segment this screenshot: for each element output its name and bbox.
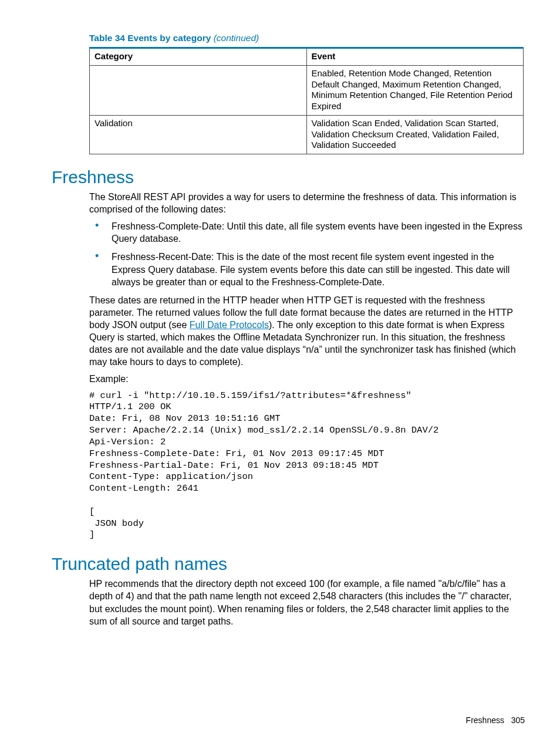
table-header-category: Category — [90, 48, 307, 66]
list-item: Freshness-Complete-Date: Until this date… — [89, 220, 525, 245]
truncated-body: HP recommends that the directory depth n… — [89, 578, 525, 627]
freshness-bullets: Freshness-Complete-Date: Until this date… — [89, 220, 525, 288]
freshness-body: The StoreAll REST API provides a way for… — [89, 191, 525, 386]
table-caption-suffix: (continued) — [214, 33, 259, 43]
freshness-intro: The StoreAll REST API provides a way for… — [89, 191, 525, 215]
cell-event: Enabled, Retention Mode Changed, Retenti… — [306, 65, 524, 115]
table-row: Enabled, Retention Mode Changed, Retenti… — [90, 65, 524, 115]
freshness-para2: These dates are returned in the HTTP hea… — [89, 294, 525, 369]
events-table: Category Event Enabled, Retention Mode C… — [89, 47, 524, 154]
cell-category: Validation — [90, 115, 307, 154]
cell-event: Validation Scan Ended, Validation Scan S… — [306, 115, 524, 154]
truncated-para: HP recommends that the directory depth n… — [89, 578, 525, 627]
example-label: Example: — [89, 373, 525, 385]
footer-section: Freshness — [466, 715, 504, 725]
truncated-heading: Truncated path names — [52, 554, 525, 574]
table-caption: Table 34 Events by category (continued) — [89, 33, 525, 43]
freshness-code-block: # curl -i "http://10.10.5.159/ifs1/?attr… — [89, 390, 525, 542]
table-caption-main: Table 34 Events by category — [89, 33, 214, 43]
table-header-row: Category Event — [90, 48, 524, 66]
freshness-heading: Freshness — [52, 167, 525, 187]
list-item: Freshness-Recent-Date: This is the date … — [89, 251, 525, 288]
table-row: Validation Validation Scan Ended, Valida… — [90, 115, 524, 154]
table-header-event: Event — [306, 48, 524, 66]
footer-page: 305 — [511, 715, 525, 725]
full-date-protocols-link[interactable]: Full Date Protocols — [190, 320, 269, 330]
cell-category — [90, 65, 307, 115]
page-footer: Freshness 305 — [466, 715, 525, 725]
